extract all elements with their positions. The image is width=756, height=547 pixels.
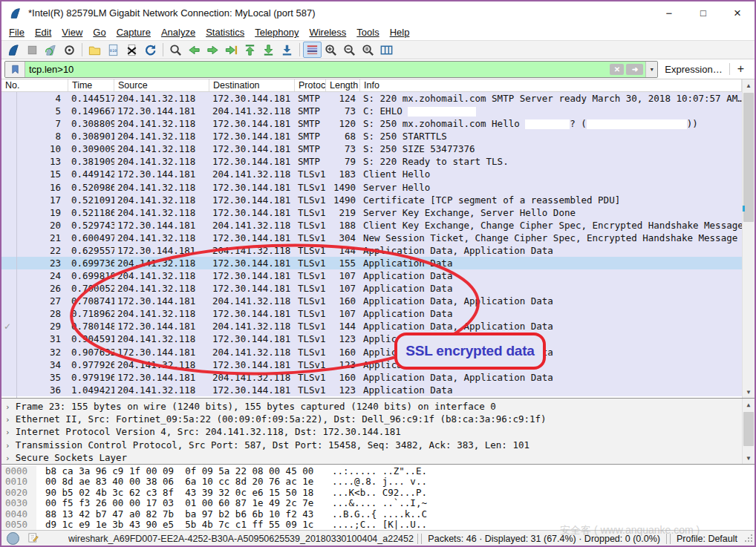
column-header-no[interactable]: No. — [1, 79, 68, 91]
packet-row[interactable]: 40.144517204.141.32.118172.30.144.181SMT… — [1, 92, 742, 105]
minimize-button[interactable]: − — [652, 1, 686, 24]
packet-row[interactable]: 270.708741172.30.144.181204.141.32.118TL… — [1, 295, 742, 307]
menu-file[interactable]: File — [4, 27, 30, 38]
menu-statistics[interactable]: Statistics — [201, 27, 250, 38]
detail-line[interactable]: ›Frame 23: 155 bytes on wire (1240 bits)… — [1, 400, 755, 413]
scrollbar-thumb[interactable] — [743, 93, 754, 222]
hex-row[interactable]: 003000 f5 f3 26 00 00 17 03 01 00 60 87 … — [1, 498, 755, 508]
restart-capture-button[interactable] — [42, 42, 60, 58]
add-filter-button[interactable]: + — [737, 62, 744, 76]
menu-tools[interactable]: Tools — [351, 27, 384, 38]
menu-view[interactable]: View — [56, 27, 88, 38]
menu-telephony[interactable]: Telephony — [250, 27, 304, 38]
colorize-button[interactable] — [303, 42, 322, 58]
maximize-button[interactable]: □ — [686, 1, 720, 24]
go-last-button[interactable] — [259, 42, 278, 58]
hex-row[interactable]: 004088 13 42 b7 47 a0 82 7b ba 97 b2 b6 … — [1, 509, 755, 520]
scrollbar-thumb[interactable] — [743, 412, 754, 446]
resize-columns-button[interactable] — [377, 42, 396, 58]
detail-line[interactable]: ›Secure Sockets Layer — [1, 451, 755, 464]
column-header-info[interactable]: Info — [360, 79, 742, 91]
filter-clear-button[interactable]: ✕ — [610, 64, 624, 75]
expand-chevron-icon[interactable]: › — [5, 453, 10, 463]
packet-row[interactable]: 290.780148172.30.144.181204.141.32.118TL… — [1, 320, 742, 333]
hex-row[interactable]: 002090 b5 02 4b 3c 62 c3 8f 43 39 32 0c … — [1, 488, 755, 498]
scroll-down-icon[interactable]: ▼ — [743, 452, 755, 464]
save-file-button[interactable]: 010 — [104, 42, 123, 58]
auto-scroll-button[interactable] — [278, 42, 296, 58]
packet-row[interactable]: 340.977926204.141.32.118172.30.144.181TL… — [1, 358, 742, 371]
scroll-down-icon[interactable]: ▼ — [743, 386, 755, 398]
packet-row[interactable]: 80.308901204.141.32.118172.30.144.181SMT… — [1, 130, 742, 143]
expand-chevron-icon[interactable]: › — [5, 415, 10, 425]
column-header-source[interactable]: Source — [114, 79, 209, 91]
open-file-button[interactable] — [85, 42, 104, 58]
packet-row[interactable]: 170.521091204.141.32.118172.30.144.181TL… — [1, 194, 742, 206]
packet-row[interactable]: 260.700052204.141.32.118172.30.144.181TL… — [1, 282, 742, 295]
packet-row[interactable]: 160.520986204.141.32.118172.30.144.181TL… — [1, 181, 742, 194]
detail-line[interactable]: ›Transmission Control Protocol, Src Port… — [1, 439, 755, 451]
zoom-in-button[interactable] — [322, 42, 340, 58]
packet-row[interactable]: 280.718962204.141.32.118172.30.144.181TL… — [1, 307, 742, 320]
packet-row[interactable]: 70.308809204.141.32.118172.30.144.181SMT… — [1, 117, 742, 130]
go-forward-button[interactable] — [203, 42, 222, 58]
packet-row[interactable]: 220.629557172.30.144.181204.141.32.118TL… — [1, 244, 742, 257]
packet-row[interactable]: 100.309009204.141.32.118172.30.144.181SM… — [1, 143, 742, 155]
expand-chevron-icon[interactable]: › — [5, 428, 10, 437]
packet-row[interactable]: 320.907632172.30.144.181204.141.32.118TL… — [1, 346, 742, 358]
hex-row[interactable]: 0000b8 ca 3a 96 c9 1f 00 09 0f 09 5a 22 … — [1, 466, 755, 476]
hex-row[interactable]: 001000 8d ae 83 40 00 38 06 6a 10 cc 8d … — [1, 476, 755, 487]
menu-edit[interactable]: Edit — [30, 27, 56, 38]
packet-list-scrollbar[interactable]: ▲ ▼ — [742, 79, 755, 398]
zoom-out-button[interactable] — [340, 42, 359, 58]
packet-row[interactable]: 130.381909204.141.32.118172.30.144.181SM… — [1, 155, 742, 168]
filter-apply-button[interactable]: ➜ — [626, 64, 643, 75]
packet-row[interactable]: 361.049421204.141.32.118172.30.144.181TL… — [1, 384, 742, 396]
close-file-button[interactable] — [123, 42, 141, 58]
detail-line[interactable]: ›Internet Protocol Version 4, Src: 204.1… — [1, 425, 755, 438]
menu-wireless[interactable]: Wireless — [304, 27, 351, 38]
menu-help[interactable]: Help — [385, 27, 415, 38]
expand-chevron-icon[interactable]: › — [5, 441, 10, 451]
zoom-original-button[interactable] — [359, 42, 377, 58]
packet-row[interactable]: 190.521186204.141.32.118172.30.144.181TL… — [1, 206, 742, 219]
column-header-destination[interactable]: Destination — [209, 79, 295, 91]
stop-capture-button[interactable] — [23, 42, 42, 58]
hex-row[interactable]: 0050d9 1c e9 1e 3b 43 90 e5 5b 4b 7c c1 … — [1, 520, 755, 530]
menu-capture[interactable]: Capture — [111, 27, 156, 38]
capture-comment-icon[interactable] — [27, 532, 39, 546]
details-scrollbar[interactable]: ▲ ▼ — [742, 399, 755, 464]
column-header-protocol[interactable]: Protocol — [295, 79, 326, 91]
reload-button[interactable] — [141, 42, 160, 58]
start-capture-button[interactable] — [4, 42, 23, 58]
column-header-length[interactable]: Length — [326, 79, 360, 91]
capture-options-button[interactable] — [60, 42, 79, 58]
expert-info-icon[interactable] — [7, 532, 19, 545]
filter-dropdown-caret[interactable]: ▾ — [645, 62, 657, 77]
packet-row[interactable]: 230.699736204.141.32.118172.30.144.181TL… — [1, 257, 742, 269]
scroll-up-icon[interactable]: ▲ — [743, 79, 755, 91]
menu-go[interactable]: Go — [88, 27, 111, 38]
detail-line[interactable]: ›Ethernet II, Src: Fortinet_09:5a:22 (00… — [1, 413, 755, 425]
find-packet-button[interactable] — [166, 42, 185, 58]
packet-row[interactable]: 310.904591204.141.32.118172.30.144.181TL… — [1, 333, 742, 345]
filter-input[interactable] — [25, 63, 610, 76]
menu-analyze[interactable]: Analyze — [156, 27, 201, 38]
packet-row[interactable]: 150.449142172.30.144.181204.141.32.118TL… — [1, 168, 742, 180]
packet-row[interactable]: 240.699819204.141.32.118172.30.144.181TL… — [1, 269, 742, 282]
filter-bookmark-button[interactable] — [5, 62, 25, 77]
resize-grip[interactable] — [743, 534, 752, 543]
go-back-button[interactable] — [185, 42, 203, 58]
close-button[interactable]: × — [720, 1, 755, 24]
go-to-packet-button[interactable] — [222, 42, 241, 58]
expression-button[interactable]: Expression… — [665, 64, 722, 75]
scroll-up-icon[interactable]: ▲ — [743, 399, 755, 410]
packet-row[interactable]: 350.979196172.30.144.181204.141.32.118TL… — [1, 371, 742, 384]
packet-row[interactable]: 210.600497204.141.32.118172.30.144.181TL… — [1, 232, 742, 244]
packet-row[interactable]: 200.529743172.30.144.181204.141.32.118TL… — [1, 219, 742, 232]
profile-indicator[interactable]: Profile: Default — [677, 534, 737, 544]
go-first-button[interactable] — [241, 42, 259, 58]
expand-chevron-icon[interactable]: › — [5, 402, 10, 412]
packet-row[interactable]: 50.149667172.30.144.181204.141.32.118SMT… — [1, 105, 742, 117]
column-header-time[interactable]: Time — [68, 79, 114, 91]
